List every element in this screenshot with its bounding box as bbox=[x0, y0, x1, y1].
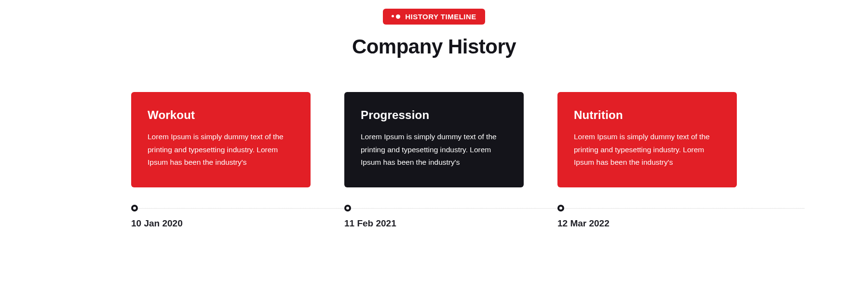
page-title: Company History bbox=[131, 35, 737, 58]
container: HISTORY TIMELINE Company History Workout… bbox=[125, 9, 743, 229]
card-title: Nutrition bbox=[574, 108, 720, 122]
card-text: Lorem Ipsum is simply dummy text of the … bbox=[574, 131, 720, 169]
badge-label: HISTORY TIMELINE bbox=[405, 13, 476, 21]
card-title: Workout bbox=[148, 108, 294, 122]
timeline-item: 12 Mar 2022 bbox=[557, 205, 737, 229]
timeline-dot-icon bbox=[131, 205, 138, 211]
cards-row: Workout Lorem Ipsum is simply dummy text… bbox=[131, 92, 737, 187]
header: HISTORY TIMELINE Company History bbox=[131, 9, 737, 58]
timeline-card: Progression Lorem Ipsum is simply dummy … bbox=[344, 92, 524, 187]
timeline: 10 Jan 2020 11 Feb 2021 12 Mar 2022 bbox=[131, 205, 737, 229]
timeline-dot-icon bbox=[557, 205, 564, 211]
timeline-dot-icon bbox=[344, 205, 351, 211]
section-badge: HISTORY TIMELINE bbox=[383, 9, 485, 25]
timeline-date: 11 Feb 2021 bbox=[344, 218, 524, 229]
card-text: Lorem Ipsum is simply dummy text of the … bbox=[361, 131, 507, 169]
card-title: Progression bbox=[361, 108, 507, 122]
card-text: Lorem Ipsum is simply dummy text of the … bbox=[148, 131, 294, 169]
badge-dots-icon bbox=[392, 14, 400, 19]
timeline-card: Workout Lorem Ipsum is simply dummy text… bbox=[131, 92, 311, 187]
timeline-card: Nutrition Lorem Ipsum is simply dummy te… bbox=[557, 92, 737, 187]
timeline-date: 10 Jan 2020 bbox=[131, 218, 311, 229]
timeline-item: 10 Jan 2020 bbox=[131, 205, 311, 229]
timeline-date: 12 Mar 2022 bbox=[557, 218, 737, 229]
timeline-item: 11 Feb 2021 bbox=[344, 205, 524, 229]
